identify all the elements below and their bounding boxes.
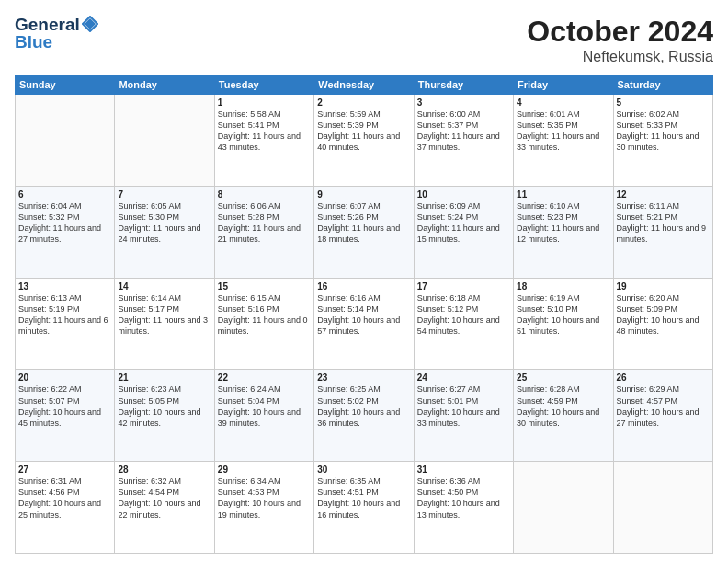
day-info: Sunrise: 6:01 AM Sunset: 5:35 PM Dayligh… xyxy=(517,109,609,154)
day-number: 16 xyxy=(317,282,410,292)
day-info: Sunrise: 6:31 AM Sunset: 4:56 PM Dayligh… xyxy=(18,476,111,521)
day-number: 6 xyxy=(18,190,111,200)
day-info: Sunrise: 6:28 AM Sunset: 4:59 PM Dayligh… xyxy=(517,384,609,429)
calendar-header-saturday: Saturday xyxy=(613,75,712,95)
calendar-cell: 18Sunrise: 6:19 AM Sunset: 5:10 PM Dayli… xyxy=(514,278,613,370)
calendar-cell: 12Sunrise: 6:11 AM Sunset: 5:21 PM Dayli… xyxy=(613,186,712,278)
main-container: General Blue October 2024 Neftekumsk, Ru… xyxy=(0,0,728,563)
calendar-cell: 9Sunrise: 6:07 AM Sunset: 5:26 PM Daylig… xyxy=(314,186,414,278)
day-number: 2 xyxy=(317,98,410,108)
logo-icon xyxy=(82,16,98,32)
calendar-cell: 3Sunrise: 6:00 AM Sunset: 5:37 PM Daylig… xyxy=(414,95,513,187)
calendar-cell: 19Sunrise: 6:20 AM Sunset: 5:09 PM Dayli… xyxy=(613,278,712,370)
day-number: 23 xyxy=(317,373,410,383)
day-info: Sunrise: 6:11 AM Sunset: 5:21 PM Dayligh… xyxy=(617,201,710,246)
header: General Blue October 2024 Neftekumsk, Ru… xyxy=(15,15,713,65)
day-info: Sunrise: 6:27 AM Sunset: 5:01 PM Dayligh… xyxy=(417,384,510,429)
logo: General Blue xyxy=(15,15,98,52)
location: Neftekumsk, Russia xyxy=(527,49,713,65)
calendar-week-1: 1Sunrise: 5:58 AM Sunset: 5:41 PM Daylig… xyxy=(16,95,713,187)
day-info: Sunrise: 6:36 AM Sunset: 4:50 PM Dayligh… xyxy=(417,476,510,521)
calendar-header-row: SundayMondayTuesdayWednesdayThursdayFrid… xyxy=(16,75,713,95)
calendar-cell: 1Sunrise: 5:58 AM Sunset: 5:41 PM Daylig… xyxy=(214,95,313,187)
calendar-cell: 21Sunrise: 6:23 AM Sunset: 5:05 PM Dayli… xyxy=(115,370,214,462)
calendar-header-monday: Monday xyxy=(115,75,214,95)
calendar-cell: 14Sunrise: 6:14 AM Sunset: 5:17 PM Dayli… xyxy=(115,278,214,370)
calendar-cell: 10Sunrise: 6:09 AM Sunset: 5:24 PM Dayli… xyxy=(414,186,513,278)
day-number: 4 xyxy=(517,98,609,108)
day-number: 20 xyxy=(18,373,111,383)
day-info: Sunrise: 6:00 AM Sunset: 5:37 PM Dayligh… xyxy=(417,109,510,154)
calendar-cell: 31Sunrise: 6:36 AM Sunset: 4:50 PM Dayli… xyxy=(414,462,513,554)
calendar-header-sunday: Sunday xyxy=(16,75,115,95)
calendar-cell: 11Sunrise: 6:10 AM Sunset: 5:23 PM Dayli… xyxy=(514,186,613,278)
day-info: Sunrise: 6:05 AM Sunset: 5:30 PM Dayligh… xyxy=(118,201,210,246)
day-number: 31 xyxy=(417,465,510,475)
calendar-header-tuesday: Tuesday xyxy=(214,75,313,95)
calendar-cell: 15Sunrise: 6:15 AM Sunset: 5:16 PM Dayli… xyxy=(214,278,313,370)
calendar-cell: 28Sunrise: 6:32 AM Sunset: 4:54 PM Dayli… xyxy=(115,462,214,554)
calendar-cell xyxy=(514,462,613,554)
calendar-cell: 27Sunrise: 6:31 AM Sunset: 4:56 PM Dayli… xyxy=(16,462,115,554)
day-number: 30 xyxy=(317,465,410,475)
calendar-header-wednesday: Wednesday xyxy=(314,75,414,95)
day-info: Sunrise: 6:25 AM Sunset: 5:02 PM Dayligh… xyxy=(317,384,410,429)
day-info: Sunrise: 6:07 AM Sunset: 5:26 PM Dayligh… xyxy=(317,201,410,246)
day-info: Sunrise: 6:32 AM Sunset: 4:54 PM Dayligh… xyxy=(118,476,210,521)
day-number: 25 xyxy=(517,373,609,383)
calendar-cell xyxy=(613,462,712,554)
day-info: Sunrise: 6:23 AM Sunset: 5:05 PM Dayligh… xyxy=(118,384,210,429)
day-info: Sunrise: 6:35 AM Sunset: 4:51 PM Dayligh… xyxy=(317,476,410,521)
day-info: Sunrise: 6:19 AM Sunset: 5:10 PM Dayligh… xyxy=(517,293,609,338)
calendar-cell: 20Sunrise: 6:22 AM Sunset: 5:07 PM Dayli… xyxy=(16,370,115,462)
day-info: Sunrise: 6:22 AM Sunset: 5:07 PM Dayligh… xyxy=(18,384,111,429)
day-number: 3 xyxy=(417,98,510,108)
day-number: 5 xyxy=(617,98,710,108)
calendar-cell: 22Sunrise: 6:24 AM Sunset: 5:04 PM Dayli… xyxy=(214,370,313,462)
day-number: 10 xyxy=(417,190,510,200)
day-number: 22 xyxy=(218,373,311,383)
day-number: 24 xyxy=(417,373,510,383)
day-info: Sunrise: 6:20 AM Sunset: 5:09 PM Dayligh… xyxy=(617,293,710,338)
calendar-cell: 29Sunrise: 6:34 AM Sunset: 4:53 PM Dayli… xyxy=(214,462,313,554)
day-number: 9 xyxy=(317,190,410,200)
day-number: 18 xyxy=(517,282,609,292)
calendar-cell: 23Sunrise: 6:25 AM Sunset: 5:02 PM Dayli… xyxy=(314,370,414,462)
calendar-cell xyxy=(115,95,214,187)
calendar-cell: 5Sunrise: 6:02 AM Sunset: 5:33 PM Daylig… xyxy=(613,95,712,187)
day-number: 8 xyxy=(218,190,311,200)
calendar-cell xyxy=(16,95,115,187)
calendar-cell: 24Sunrise: 6:27 AM Sunset: 5:01 PM Dayli… xyxy=(414,370,513,462)
calendar-week-4: 20Sunrise: 6:22 AM Sunset: 5:07 PM Dayli… xyxy=(16,370,713,462)
day-info: Sunrise: 6:04 AM Sunset: 5:32 PM Dayligh… xyxy=(18,201,111,246)
calendar-cell: 2Sunrise: 5:59 AM Sunset: 5:39 PM Daylig… xyxy=(314,95,414,187)
day-info: Sunrise: 5:59 AM Sunset: 5:39 PM Dayligh… xyxy=(317,109,410,154)
month-title: October 2024 xyxy=(527,15,713,49)
day-number: 28 xyxy=(118,465,210,475)
day-info: Sunrise: 6:16 AM Sunset: 5:14 PM Dayligh… xyxy=(317,293,410,338)
day-info: Sunrise: 5:58 AM Sunset: 5:41 PM Dayligh… xyxy=(218,109,311,154)
calendar-cell: 7Sunrise: 6:05 AM Sunset: 5:30 PM Daylig… xyxy=(115,186,214,278)
calendar-cell: 13Sunrise: 6:13 AM Sunset: 5:19 PM Dayli… xyxy=(16,278,115,370)
day-info: Sunrise: 6:02 AM Sunset: 5:33 PM Dayligh… xyxy=(617,109,710,154)
calendar-table: SundayMondayTuesdayWednesdayThursdayFrid… xyxy=(15,75,713,554)
day-number: 7 xyxy=(118,190,210,200)
day-info: Sunrise: 6:18 AM Sunset: 5:12 PM Dayligh… xyxy=(417,293,510,338)
day-info: Sunrise: 6:34 AM Sunset: 4:53 PM Dayligh… xyxy=(218,476,311,521)
calendar-cell: 8Sunrise: 6:06 AM Sunset: 5:28 PM Daylig… xyxy=(214,186,313,278)
day-info: Sunrise: 6:15 AM Sunset: 5:16 PM Dayligh… xyxy=(218,293,311,338)
title-section: October 2024 Neftekumsk, Russia xyxy=(527,15,713,65)
day-number: 29 xyxy=(218,465,311,475)
day-info: Sunrise: 6:10 AM Sunset: 5:23 PM Dayligh… xyxy=(517,201,609,246)
day-number: 11 xyxy=(517,190,609,200)
day-number: 13 xyxy=(18,282,111,292)
day-number: 12 xyxy=(617,190,710,200)
day-number: 14 xyxy=(118,282,210,292)
calendar-header-thursday: Thursday xyxy=(414,75,513,95)
day-info: Sunrise: 6:24 AM Sunset: 5:04 PM Dayligh… xyxy=(218,384,311,429)
calendar-cell: 30Sunrise: 6:35 AM Sunset: 4:51 PM Dayli… xyxy=(314,462,414,554)
day-number: 21 xyxy=(118,373,210,383)
day-number: 17 xyxy=(417,282,510,292)
calendar-week-3: 13Sunrise: 6:13 AM Sunset: 5:19 PM Dayli… xyxy=(16,278,713,370)
calendar-cell: 4Sunrise: 6:01 AM Sunset: 5:35 PM Daylig… xyxy=(514,95,613,187)
